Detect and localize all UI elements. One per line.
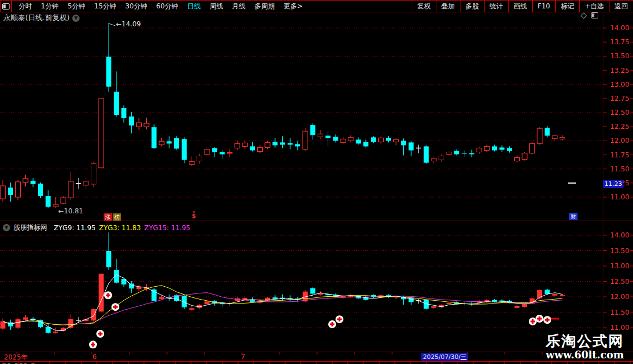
candle	[122, 105, 127, 123]
candle	[310, 287, 315, 296]
candle	[394, 296, 399, 300]
tool-item-+自选[interactable]: +自选	[579, 1, 609, 12]
watermark-url: www.60lt.com	[537, 349, 633, 361]
candle	[243, 297, 248, 301]
candle	[325, 292, 331, 300]
candle	[152, 124, 157, 148]
clipped-status-text: ▪▪ ▪▪▪ ▪	[3, 362, 42, 364]
price-label: 11.50	[610, 165, 632, 173]
candle	[341, 137, 346, 144]
candle	[182, 295, 187, 309]
candle	[250, 297, 255, 302]
candle	[333, 134, 338, 142]
candle	[68, 172, 73, 200]
candle	[265, 141, 270, 149]
window-split-icon[interactable]	[591, 12, 598, 18]
candle	[197, 153, 202, 164]
candle	[197, 304, 202, 310]
price-label: 12.00	[610, 137, 632, 144]
candle	[560, 294, 565, 297]
candle	[8, 320, 13, 330]
candle	[507, 300, 512, 304]
dollar-marker[interactable]: ＾$	[192, 211, 196, 218]
period-item-5分钟[interactable]: 5分钟	[63, 2, 90, 11]
low-price-annotation: ←10.81	[58, 207, 83, 215]
period-item-分时[interactable]: 分时	[14, 2, 36, 11]
candle	[144, 118, 149, 129]
candle	[53, 328, 58, 333]
price-label: 12.25	[610, 123, 632, 130]
candle	[99, 99, 104, 169]
candle	[83, 177, 89, 190]
candle	[515, 156, 520, 162]
period-item-更多>[interactable]: 更多>	[279, 2, 307, 11]
chevron-down-icon[interactable]: ▼	[3, 224, 10, 231]
diamond-icon[interactable]	[580, 12, 587, 18]
candle	[235, 297, 240, 302]
tool-item-统计[interactable]: 统计	[484, 1, 508, 12]
period-item-30分钟[interactable]: 30分钟	[121, 2, 152, 11]
candle	[439, 304, 444, 308]
tool-item-画线[interactable]: 画线	[508, 1, 532, 12]
candle	[137, 284, 142, 291]
candle	[46, 324, 51, 333]
period-item-月线[interactable]: 月线	[227, 2, 250, 11]
candle	[371, 295, 376, 298]
candlestick-plot	[0, 0, 633, 364]
candle	[462, 302, 467, 305]
candle	[76, 317, 81, 323]
chevron-down-icon[interactable]: ▼	[72, 15, 80, 22]
candle	[258, 145, 263, 153]
window-layout-button[interactable]	[0, 1, 12, 12]
price-label: 12.75	[610, 95, 632, 102]
zhang-news-badge[interactable]: 涨	[104, 213, 112, 221]
period-item-周线[interactable]: 周线	[205, 2, 227, 11]
candle	[258, 299, 263, 304]
candle	[371, 136, 376, 143]
window-split-icon	[2, 3, 10, 10]
tool-item-多股[interactable]: 多股	[460, 1, 484, 12]
price-label: 12.50	[610, 278, 632, 286]
tool-item-返回[interactable]: 返回	[609, 1, 633, 12]
stock-title-label: 永顺泰(日线.前复权)	[3, 13, 69, 23]
candle	[537, 127, 542, 144]
candle	[204, 147, 210, 156]
candle	[182, 137, 187, 163]
candle	[462, 150, 467, 156]
period-item-15分钟[interactable]: 15分钟	[90, 2, 120, 11]
candle	[416, 144, 421, 153]
tool-item-复权[interactable]: 复权	[412, 1, 436, 12]
tool-item-叠加[interactable]: 叠加	[436, 1, 460, 12]
period-item-日线[interactable]: 日线	[183, 2, 205, 11]
tool-item-标记[interactable]: 标记	[555, 1, 579, 12]
tool-item-F10[interactable]: F10	[532, 1, 555, 12]
candle	[552, 134, 557, 141]
period-item-60分钟[interactable]: 60分钟	[152, 2, 183, 11]
time-label: 7	[241, 353, 245, 361]
candle	[273, 138, 278, 147]
candle	[220, 150, 225, 158]
ma-line	[3, 286, 562, 325]
candle	[91, 308, 96, 322]
time-axis-bottom-border	[0, 361, 633, 362]
candle	[469, 302, 474, 306]
candle	[99, 274, 104, 312]
candle	[106, 23, 111, 92]
candle	[243, 141, 248, 148]
indicator-value: ZYG9: 11.95	[54, 224, 96, 232]
period-item-1分钟[interactable]: 1分钟	[36, 2, 63, 11]
period-item-多周期[interactable]: 多周期	[250, 2, 279, 11]
candle	[212, 147, 217, 157]
price-label: 13.75	[610, 38, 632, 46]
candle	[31, 178, 36, 187]
candle	[273, 295, 278, 300]
ma-line	[3, 274, 562, 331]
cai-news-badge[interactable]: 财	[569, 213, 578, 220]
ma-line	[3, 293, 562, 325]
bang-news-badge[interactable]: 榜	[113, 213, 121, 221]
candle	[386, 295, 391, 298]
top-menu-bar: 分时1分钟5分钟15分钟30分钟60分钟日线周线月线多周期更多> 复权叠加多股统…	[0, 0, 633, 12]
candle	[23, 315, 28, 322]
candle	[204, 301, 210, 306]
candle	[280, 136, 285, 148]
